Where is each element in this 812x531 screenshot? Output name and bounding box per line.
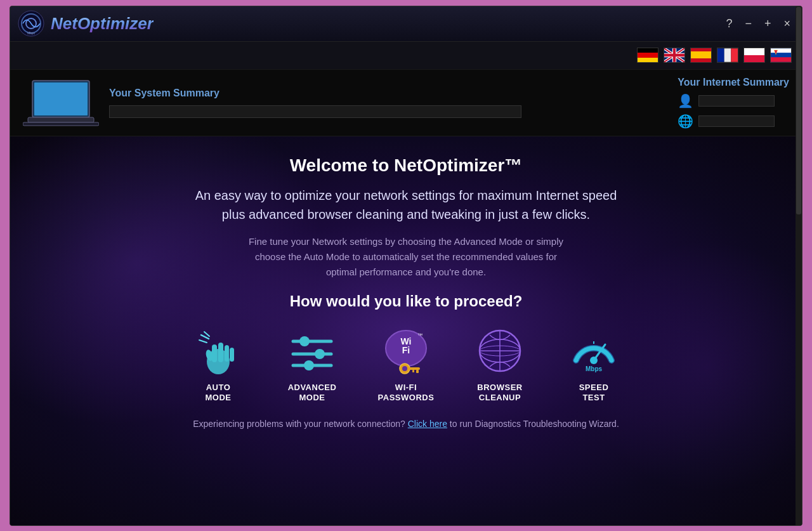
internet-summary-area: Your Internet Summary 👤 🌐 xyxy=(678,77,789,129)
svg-point-28 xyxy=(304,360,314,370)
flag-english[interactable] xyxy=(664,48,685,63)
svg-rect-18 xyxy=(212,344,217,362)
flag-slovenian[interactable] xyxy=(770,48,792,63)
flag-polish[interactable] xyxy=(743,48,765,63)
svg-point-24 xyxy=(299,336,310,346)
svg-rect-20 xyxy=(225,345,229,362)
system-summary-content: Your System Summary xyxy=(109,88,667,118)
flags-bar xyxy=(10,42,802,70)
auto-mode-label: AUTOMODE xyxy=(206,383,232,404)
svg-text:Mbps: Mbps xyxy=(586,365,603,372)
title-bar: Mbps NetOptimizer ? − + × xyxy=(10,6,802,42)
speed-test-button[interactable]: Mbps SPEEDTEST xyxy=(562,325,625,404)
svg-text:Fi: Fi xyxy=(402,345,410,355)
speed-test-label: SPEEDTEST xyxy=(579,383,609,404)
scrollbar-thumb[interactable] xyxy=(796,7,801,214)
svg-rect-6 xyxy=(724,48,731,62)
internet-user-bar xyxy=(698,95,775,107)
wifi-passwords-icon: Wi Fi ™ xyxy=(381,325,431,376)
svg-rect-5 xyxy=(717,48,724,62)
globe-small-icon: 🌐 xyxy=(678,114,693,129)
svg-rect-37 xyxy=(412,370,414,372)
svg-rect-15 xyxy=(28,117,94,122)
wifi-passwords-label: Wi-FiPASSWORDS xyxy=(378,383,435,404)
title-bar-controls: ? − + × xyxy=(722,16,794,30)
speed-test-icon: Mbps xyxy=(568,325,619,376)
browser-cleanup-label: BROWSERCLEANUP xyxy=(477,383,522,404)
bottom-link-pre-text: Experiencing problems with your network … xyxy=(193,419,405,429)
svg-text:™: ™ xyxy=(417,332,422,338)
svg-point-34 xyxy=(402,366,407,371)
welcome-desc-main: An easy way to optimize your network set… xyxy=(195,186,617,224)
svg-text:Mbps: Mbps xyxy=(27,31,36,35)
flag-spanish[interactable] xyxy=(690,48,712,63)
maximize-button[interactable]: + xyxy=(761,16,775,30)
system-summary-title: Your System Summary xyxy=(109,88,667,99)
svg-point-26 xyxy=(315,349,325,359)
summary-bar: Your System Summary Your Internet Summar… xyxy=(10,70,802,136)
svg-rect-21 xyxy=(230,348,234,362)
svg-rect-7 xyxy=(731,48,738,62)
bottom-link-post-text: to run Diagnostics Troubleshooting Wizar… xyxy=(450,419,619,429)
advanced-mode-icon xyxy=(287,325,337,376)
app-window: Mbps NetOptimizer ? − + × xyxy=(10,6,802,526)
help-button[interactable]: ? xyxy=(722,16,736,30)
svg-rect-35 xyxy=(409,367,420,370)
internet-user-row: 👤 xyxy=(678,93,775,108)
welcome-title: Welcome to NetOptimizer™ xyxy=(290,155,523,176)
close-button[interactable]: × xyxy=(780,16,794,30)
auto-mode-icon xyxy=(193,325,244,376)
user-icon: 👤 xyxy=(678,93,693,108)
wifi-passwords-button[interactable]: Wi Fi ™ Wi-FiPASSWORD xyxy=(374,325,438,404)
welcome-desc-sub: Fine tune your Network settings by choos… xyxy=(249,234,563,280)
system-summary-bar xyxy=(109,105,521,118)
app-logo-icon: Mbps xyxy=(18,10,44,37)
auto-mode-button[interactable]: AUTOMODE xyxy=(187,325,250,404)
svg-rect-9 xyxy=(771,48,791,53)
internet-globe-bar xyxy=(698,115,775,127)
advanced-mode-button[interactable]: ADVANCEDMODE xyxy=(280,325,344,404)
browser-cleanup-button[interactable]: BROWSERCLEANUP xyxy=(468,325,532,404)
svg-rect-10 xyxy=(771,53,791,57)
diagnostics-link[interactable]: Click here xyxy=(408,419,447,429)
minimize-button[interactable]: − xyxy=(741,16,756,30)
browser-cleanup-icon xyxy=(475,325,525,376)
proceed-title: How would you like to proceed? xyxy=(290,292,523,310)
laptop-icon xyxy=(23,77,99,128)
svg-rect-11 xyxy=(771,57,791,62)
scrollbar[interactable] xyxy=(796,6,802,525)
flag-german[interactable] xyxy=(637,48,658,63)
app-title: NetOptimizer xyxy=(51,14,154,34)
svg-rect-16 xyxy=(23,122,99,126)
svg-rect-14 xyxy=(34,82,88,115)
title-bar-left: Mbps NetOptimizer xyxy=(18,10,154,37)
svg-rect-19 xyxy=(218,343,223,362)
modes-row: AUTOMODE ADVANCEDMODE xyxy=(187,325,625,404)
advanced-mode-label: ADVANCEDMODE xyxy=(288,383,337,404)
internet-globe-row: 🌐 xyxy=(678,114,775,129)
main-content: Welcome to NetOptimizer™ An easy way to … xyxy=(10,136,802,525)
svg-rect-36 xyxy=(416,370,419,373)
bottom-diagnostics-link: Experiencing problems with your network … xyxy=(193,419,619,429)
flag-french[interactable] xyxy=(717,48,738,63)
internet-summary-title: Your Internet Summary xyxy=(678,77,789,88)
